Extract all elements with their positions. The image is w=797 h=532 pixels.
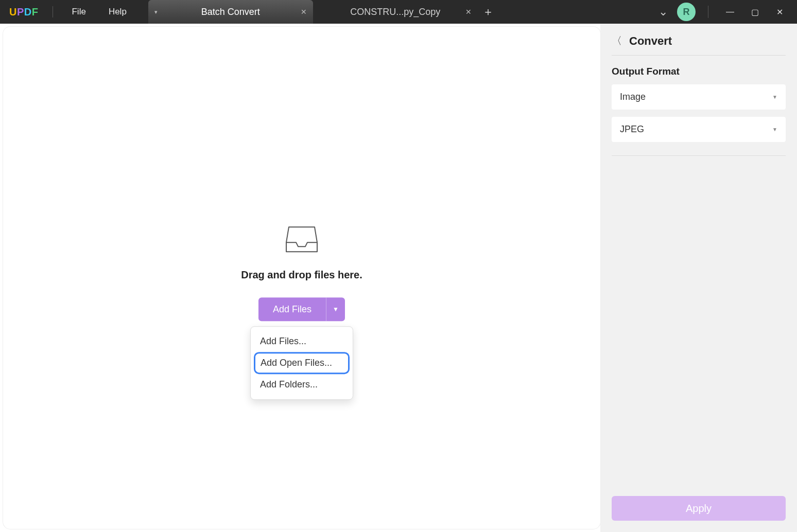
dropdown-icon[interactable]: ⌄ (659, 5, 668, 19)
main: Drag and drop files here. Add Files ▼ Ad… (0, 24, 797, 532)
divider (612, 55, 786, 56)
subformat-select-value: JPEG (620, 124, 644, 135)
chevron-down-icon: ▼ (772, 127, 777, 132)
logo-letter: U (9, 6, 17, 17)
window-close-button[interactable]: ✕ (767, 7, 792, 17)
tab-close-icon[interactable]: ✕ (301, 8, 307, 16)
divider (612, 155, 786, 156)
menu-file[interactable]: File (60, 7, 97, 17)
drop-area: Drag and drop files here. Add Files ▼ Ad… (3, 225, 600, 321)
avatar[interactable]: R (677, 3, 696, 21)
add-files-dropdown: Add Files... Add Open Files... Add Folde… (250, 326, 353, 400)
back-icon[interactable]: 〈 (612, 34, 622, 48)
logo-letter: P (17, 6, 24, 17)
window-maximize-button[interactable]: ▢ (742, 7, 767, 17)
add-files-caret[interactable]: ▼ (326, 297, 345, 321)
titlebar-right: ⌄ R — ▢ ✕ (659, 3, 797, 21)
dropdown-item-add-folders[interactable]: Add Folders... (254, 374, 350, 395)
tab-label: CONSTRU...py_Copy (350, 7, 440, 17)
subformat-select[interactable]: JPEG ▼ (612, 117, 786, 142)
tab-label: Batch Convert (201, 7, 260, 17)
titlebar: UPDF File Help ▾ Batch Convert ✕ CONSTRU… (0, 0, 797, 24)
tab-document[interactable]: CONSTRU...py_Copy ✕ (313, 0, 478, 24)
new-tab-button[interactable]: ＋ (478, 0, 498, 24)
divider (53, 6, 53, 17)
avatar-initial: R (683, 7, 690, 17)
add-files-button[interactable]: Add Files (258, 297, 326, 321)
dropdown-item-add-open-files[interactable]: Add Open Files... (254, 352, 350, 374)
format-select[interactable]: Image ▼ (612, 84, 786, 110)
tab-close-icon[interactable]: ✕ (465, 8, 472, 16)
canvas-area[interactable]: Drag and drop files here. Add Files ▼ Ad… (3, 27, 600, 529)
window-minimize-button[interactable]: — (718, 7, 742, 16)
panel-title: Convert (629, 34, 672, 48)
tab-menu-icon[interactable]: ▾ (154, 9, 158, 15)
convert-panel: 〈 Convert Output Format Image ▼ JPEG ▼ A… (600, 24, 797, 532)
divider (708, 6, 708, 18)
format-select-value: Image (620, 92, 646, 102)
app-logo: UPDF (9, 6, 38, 18)
panel-header: 〈 Convert (600, 24, 797, 55)
apply-wrap: Apply (600, 485, 797, 532)
logo-letter: F (32, 6, 39, 17)
apply-button[interactable]: Apply (612, 496, 786, 521)
add-files-group: Add Files ▼ Add Files... Add Open Files.… (258, 281, 345, 321)
logo-letter: D (24, 6, 32, 17)
chevron-down-icon: ▼ (772, 94, 777, 100)
tray-icon (285, 225, 319, 254)
tab-batch-convert[interactable]: ▾ Batch Convert ✕ (148, 0, 313, 24)
drop-text: Drag and drop files here. (241, 269, 362, 281)
dropdown-item-add-files[interactable]: Add Files... (254, 331, 350, 352)
add-files-split-button: Add Files ▼ (258, 297, 345, 321)
menu-help[interactable]: Help (97, 7, 138, 17)
output-format-label: Output Format (600, 66, 797, 84)
tabbar: ▾ Batch Convert ✕ CONSTRU...py_Copy ✕ ＋ (148, 0, 498, 24)
